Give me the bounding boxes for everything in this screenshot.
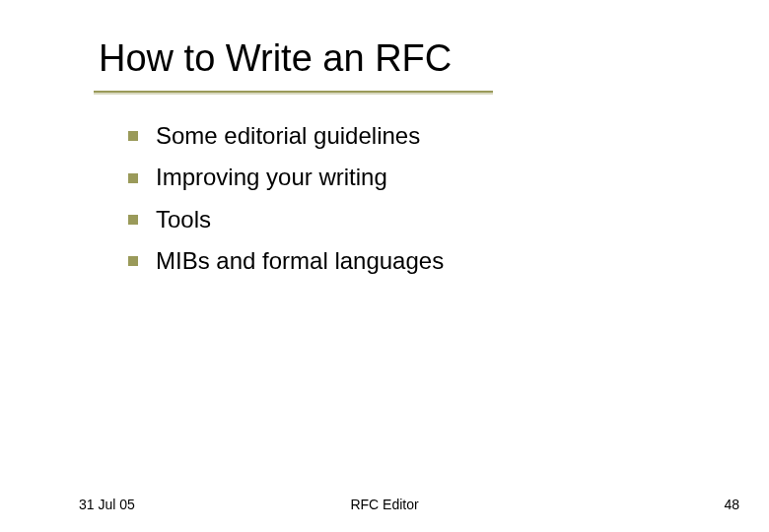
bullet-list: Some editorial guidelines Improving your… [128,120,444,288]
bullet-text: Some editorial guidelines [156,120,420,152]
list-item: MIBs and formal languages [128,245,444,277]
footer-center: RFC Editor [350,497,418,512]
bullet-text: Tools [156,204,211,235]
slide-title: How to Write an RFC [99,37,452,80]
footer-date: 31 Jul 05 [79,497,135,512]
footer-page-number: 48 [724,497,739,512]
square-bullet-icon [128,256,138,266]
bullet-text: Improving your writing [156,162,387,193]
square-bullet-icon [128,215,138,225]
title-block: How to Write an RFC [99,37,452,80]
title-underline-shadow [94,93,493,95]
square-bullet-icon [128,173,138,183]
slide: How to Write an RFC Some editorial guide… [0,0,769,532]
list-item: Some editorial guidelines [128,120,444,152]
square-bullet-icon [128,131,138,141]
list-item: Tools [128,204,444,235]
list-item: Improving your writing [128,162,444,193]
bullet-text: MIBs and formal languages [156,245,444,277]
footer: 31 Jul 05 RFC Editor 48 [0,493,769,512]
